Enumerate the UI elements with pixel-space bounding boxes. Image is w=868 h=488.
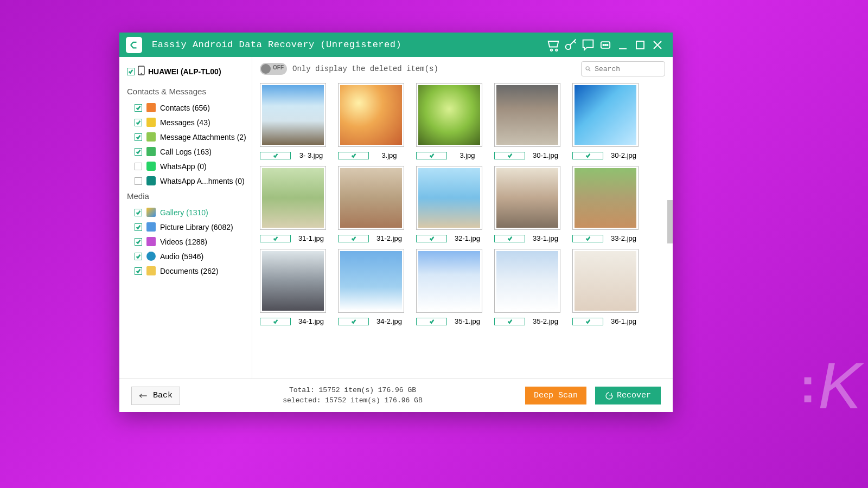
sidebar-item-message-attachments[interactable]: Message Attachments (2) bbox=[119, 130, 252, 144]
thumbnail-checkbox[interactable] bbox=[494, 152, 525, 159]
thumbnail-item[interactable]: 30-2.jpg bbox=[572, 83, 639, 159]
sidebar-item-gallery[interactable]: Gallery (1310) bbox=[119, 205, 252, 220]
thumbnail-item[interactable]: 35-1.jpg bbox=[416, 249, 482, 325]
close-button[interactable] bbox=[650, 37, 665, 53]
deep-scan-button[interactable]: Deep Scan bbox=[525, 387, 586, 404]
thumbnail-item[interactable]: 30-1.jpg bbox=[494, 83, 560, 159]
thumbnail-checkbox[interactable] bbox=[494, 235, 525, 242]
key-icon[interactable] bbox=[563, 37, 578, 53]
thumbnail-item[interactable]: 3.jpg bbox=[338, 83, 404, 159]
thumbnail-image[interactable] bbox=[416, 166, 482, 230]
search-input[interactable] bbox=[595, 65, 661, 73]
thumbnail-filename: 35-2.jpg bbox=[531, 317, 560, 325]
section-media: Media bbox=[119, 188, 252, 205]
videos-icon bbox=[146, 237, 156, 246]
thumbnail-filename: 36-1.jpg bbox=[609, 317, 639, 325]
thumbnail-checkbox[interactable] bbox=[572, 152, 603, 159]
menu-icon[interactable] bbox=[598, 37, 613, 53]
scroll-thumb[interactable] bbox=[667, 200, 673, 243]
sidebar-item-videos[interactable]: Videos (1288) bbox=[119, 234, 252, 249]
sidebar-item-call-logs[interactable]: Call Logs (163) bbox=[119, 144, 252, 159]
thumbnail-checkbox[interactable] bbox=[338, 235, 369, 242]
thumbnail-image[interactable] bbox=[260, 166, 326, 230]
svg-point-10 bbox=[586, 67, 589, 70]
deleted-only-toggle[interactable]: OFF bbox=[260, 63, 287, 75]
checkbox[interactable] bbox=[135, 238, 142, 246]
checkbox[interactable] bbox=[135, 148, 142, 156]
checkbox[interactable] bbox=[135, 209, 142, 216]
thumbnail-item[interactable]: 3.jpg bbox=[416, 83, 482, 159]
thumbnail-filename: 30-2.jpg bbox=[609, 151, 639, 159]
picture-library-icon bbox=[146, 222, 156, 232]
thumbnail-image[interactable] bbox=[572, 166, 639, 230]
checkbox[interactable] bbox=[135, 267, 142, 275]
thumbnail-item[interactable]: 34-1.jpg bbox=[260, 249, 326, 325]
app-window: Eassiy Android Data Recovery (Unregister… bbox=[119, 33, 673, 412]
checkbox[interactable] bbox=[135, 163, 142, 170]
thumbnail-checkbox[interactable] bbox=[494, 318, 525, 325]
sidebar-item-contacts[interactable]: Contacts (656) bbox=[119, 100, 252, 115]
svg-point-6 bbox=[607, 44, 608, 45]
thumbnail-filename: 33-2.jpg bbox=[609, 234, 639, 242]
sidebar-item-messages[interactable]: Messages (43) bbox=[119, 115, 252, 130]
thumbnail-image[interactable] bbox=[494, 249, 560, 313]
arrow-left-icon bbox=[139, 393, 148, 399]
scrollbar[interactable] bbox=[667, 81, 673, 378]
thumbnail-image[interactable] bbox=[338, 166, 404, 230]
thumbnail-item[interactable]: 36-1.jpg bbox=[572, 249, 639, 325]
sidebar-item-audio[interactable]: Audio (5946) bbox=[119, 249, 252, 264]
svg-rect-7 bbox=[636, 41, 644, 49]
thumbnail-filename: 3- 3.jpg bbox=[296, 151, 326, 159]
recover-button[interactable]: Recover bbox=[595, 387, 661, 404]
thumbnail-checkbox[interactable] bbox=[260, 152, 291, 159]
sidebar-item-whatsapp[interactable]: WhatsApp (0) bbox=[119, 159, 252, 174]
thumbnail-checkbox[interactable] bbox=[260, 235, 291, 242]
thumbnail-checkbox[interactable] bbox=[572, 235, 603, 242]
thumbnail-checkbox[interactable] bbox=[416, 318, 447, 325]
maximize-button[interactable] bbox=[633, 37, 648, 53]
thumbnail-image[interactable] bbox=[416, 83, 482, 147]
device-checkbox[interactable] bbox=[127, 68, 135, 75]
device-name: HUAWEI (ALP-TL00) bbox=[148, 67, 221, 76]
thumbnail-image[interactable] bbox=[494, 166, 560, 230]
thumbnail-item[interactable]: 33-2.jpg bbox=[572, 166, 639, 242]
sidebar-item-whatsapp-attachments[interactable]: WhatsApp A...hments (0) bbox=[119, 174, 252, 188]
thumbnail-item[interactable]: 3- 3.jpg bbox=[260, 83, 326, 159]
thumbnail-filename: 3.jpg bbox=[452, 151, 482, 159]
back-button[interactable]: Back bbox=[131, 387, 180, 405]
feedback-icon[interactable] bbox=[580, 37, 596, 53]
sidebar-item-picture-library[interactable]: Picture Library (6082) bbox=[119, 220, 252, 234]
thumbnail-image[interactable] bbox=[572, 83, 639, 147]
thumbnail-item[interactable]: 34-2.jpg bbox=[338, 249, 404, 325]
thumbnail-checkbox[interactable] bbox=[338, 152, 369, 159]
sidebar-item-documents[interactable]: Documents (262) bbox=[119, 264, 252, 278]
checkbox[interactable] bbox=[135, 223, 142, 231]
thumbnail-image[interactable] bbox=[338, 249, 404, 313]
stats-total: Total: 15752 item(s) 176.96 GB bbox=[189, 386, 516, 395]
checkbox[interactable] bbox=[135, 104, 142, 112]
thumbnail-image[interactable] bbox=[260, 83, 326, 147]
thumbnail-item[interactable]: 31-2.jpg bbox=[338, 166, 404, 242]
checkbox[interactable] bbox=[135, 253, 142, 260]
thumbnail-checkbox[interactable] bbox=[416, 235, 447, 242]
minimize-button[interactable] bbox=[615, 37, 630, 53]
checkbox[interactable] bbox=[135, 177, 142, 185]
thumbnail-checkbox[interactable] bbox=[572, 318, 603, 325]
thumbnail-image[interactable] bbox=[572, 249, 639, 313]
thumbnail-image[interactable] bbox=[494, 83, 560, 147]
thumbnail-item[interactable]: 33-1.jpg bbox=[494, 166, 560, 242]
thumbnail-item[interactable]: 32-1.jpg bbox=[416, 166, 482, 242]
thumbnail-checkbox[interactable] bbox=[260, 318, 291, 325]
thumbnail-item[interactable]: 31-1.jpg bbox=[260, 166, 326, 242]
checkbox[interactable] bbox=[135, 133, 142, 141]
thumbnail-image[interactable] bbox=[260, 249, 326, 313]
thumbnail-checkbox[interactable] bbox=[416, 152, 447, 159]
thumbnail-image[interactable] bbox=[338, 83, 404, 147]
thumbnail-image[interactable] bbox=[416, 249, 482, 313]
checkbox[interactable] bbox=[135, 119, 142, 126]
thumbnail-checkbox[interactable] bbox=[338, 318, 369, 325]
cart-icon[interactable] bbox=[546, 37, 561, 53]
thumbnail-item[interactable]: 35-2.jpg bbox=[494, 249, 560, 325]
search-box[interactable] bbox=[581, 61, 665, 76]
device-row[interactable]: HUAWEI (ALP-TL00) bbox=[119, 63, 252, 84]
